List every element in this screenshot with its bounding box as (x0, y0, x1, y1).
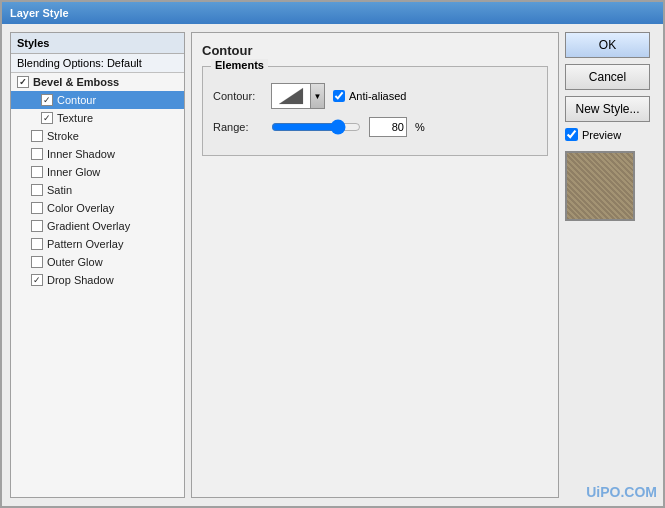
cancel-button[interactable]: Cancel (565, 64, 650, 90)
sidebar-item-satin[interactable]: Satin (11, 181, 184, 199)
main-content: Contour Elements Contour: ▼ (191, 32, 559, 498)
drop-shadow-label: Drop Shadow (47, 274, 114, 286)
contour-field-label: Contour: (213, 90, 263, 102)
title-bar: Layer Style (2, 2, 663, 24)
preview-texture (567, 153, 633, 219)
sidebar-item-outer-glow[interactable]: Outer Glow (11, 253, 184, 271)
range-slider-container (271, 119, 361, 135)
bevel-emboss-checkbox[interactable]: ✓ (17, 76, 29, 88)
range-label: Range: (213, 121, 263, 133)
styles-header: Styles (11, 33, 184, 54)
anti-aliased-label: Anti-aliased (349, 90, 406, 102)
right-panel: OK Cancel New Style... Preview (565, 32, 655, 498)
satin-label: Satin (47, 184, 72, 196)
dialog-body: Styles Blending Options: Default ✓ Bevel… (2, 24, 663, 506)
inner-shadow-checkbox[interactable] (31, 148, 43, 160)
range-row: Range: % (213, 117, 537, 137)
elements-group: Elements Contour: ▼ (202, 66, 548, 156)
sidebar-item-gradient-overlay[interactable]: Gradient Overlay (11, 217, 184, 235)
contour-preview[interactable] (271, 83, 311, 109)
contour-dropdown-arrow[interactable]: ▼ (311, 83, 325, 109)
outer-glow-checkbox[interactable] (31, 256, 43, 268)
gradient-overlay-label: Gradient Overlay (47, 220, 130, 232)
group-box-title: Elements (211, 59, 268, 71)
stroke-label: Stroke (47, 130, 79, 142)
ok-button[interactable]: OK (565, 32, 650, 58)
preview-label: Preview (582, 129, 621, 141)
sidebar-item-drop-shadow[interactable]: ✓ Drop Shadow (11, 271, 184, 289)
anti-aliased-checkbox[interactable] (333, 90, 345, 102)
sidebar-item-pattern-overlay[interactable]: Pattern Overlay (11, 235, 184, 253)
pattern-overlay-label: Pattern Overlay (47, 238, 123, 250)
sidebar-item-inner-shadow[interactable]: Inner Shadow (11, 145, 184, 163)
bevel-emboss-label: Bevel & Emboss (33, 76, 119, 88)
watermark: UiPO.COM (586, 484, 657, 500)
texture-checkbox[interactable]: ✓ (41, 112, 53, 124)
color-overlay-label: Color Overlay (47, 202, 114, 214)
preview-label-container: Preview (565, 128, 655, 141)
contour-row: Contour: ▼ Anti-aliased (213, 83, 537, 109)
range-percent: % (415, 121, 425, 133)
contour-label: Contour (57, 94, 96, 106)
contour-selector[interactable]: ▼ (271, 83, 325, 109)
preview-box (565, 151, 635, 221)
pattern-overlay-checkbox[interactable] (31, 238, 43, 250)
inner-glow-label: Inner Glow (47, 166, 100, 178)
sidebar-item-texture[interactable]: ✓ Texture (11, 109, 184, 127)
blending-options[interactable]: Blending Options: Default (11, 54, 184, 73)
contour-checkbox[interactable]: ✓ (41, 94, 53, 106)
sidebar-item-stroke[interactable]: Stroke (11, 127, 184, 145)
outer-glow-label: Outer Glow (47, 256, 103, 268)
sidebar-item-bevel-emboss[interactable]: ✓ Bevel & Emboss (11, 73, 184, 91)
preview-checkbox[interactable] (565, 128, 578, 141)
range-slider[interactable] (271, 119, 361, 135)
inner-glow-checkbox[interactable] (31, 166, 43, 178)
range-value-input[interactable] (369, 117, 407, 137)
sidebar-item-color-overlay[interactable]: Color Overlay (11, 199, 184, 217)
anti-aliased-checkbox-label[interactable]: Anti-aliased (333, 90, 406, 102)
left-panel: Styles Blending Options: Default ✓ Bevel… (10, 32, 185, 498)
new-style-button[interactable]: New Style... (565, 96, 650, 122)
color-overlay-checkbox[interactable] (31, 202, 43, 214)
dialog-title: Layer Style (10, 7, 69, 19)
drop-shadow-checkbox[interactable]: ✓ (31, 274, 43, 286)
texture-label: Texture (57, 112, 93, 124)
satin-checkbox[interactable] (31, 184, 43, 196)
layer-style-dialog: Layer Style Styles Blending Options: Def… (0, 0, 665, 508)
inner-shadow-label: Inner Shadow (47, 148, 115, 160)
section-title: Contour (202, 43, 548, 58)
stroke-checkbox[interactable] (31, 130, 43, 142)
sidebar-item-contour[interactable]: ✓ Contour (11, 91, 184, 109)
sidebar-item-inner-glow[interactable]: Inner Glow (11, 163, 184, 181)
gradient-overlay-checkbox[interactable] (31, 220, 43, 232)
